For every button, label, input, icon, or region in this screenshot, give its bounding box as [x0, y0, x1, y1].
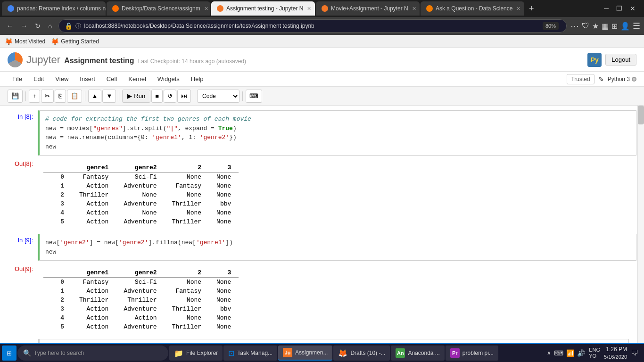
cut-button[interactable]: ✂: [41, 90, 54, 103]
forward-button[interactable]: →: [18, 21, 30, 31]
restart-run-button[interactable]: ⏭: [177, 90, 191, 103]
cell-in9-inner[interactable]: new['genre2'] = new['genre2'].fillna(new…: [38, 234, 636, 261]
close-button[interactable]: ✕: [627, 4, 638, 13]
menu-insert[interactable]: Insert: [75, 74, 100, 84]
network-icon[interactable]: 📶: [566, 349, 574, 357]
tab-3-title: Assignment testing - Jupyter N: [226, 5, 303, 12]
notebook-title[interactable]: Assignment testing: [64, 57, 134, 65]
url-bar[interactable]: 🔒 ⓘ localhost:8889/notebooks/Desktop/Dat…: [58, 19, 567, 33]
volume-icon[interactable]: 🔊: [577, 349, 585, 357]
tab-bar: pandas: Rename index / columns n ✕ Deskt…: [0, 0, 644, 17]
taskbar-file-explorer[interactable]: 📁 File Explorer: [169, 346, 223, 361]
keyboard-icon[interactable]: ⌨: [554, 349, 563, 357]
restart-button[interactable]: ↺: [164, 90, 176, 103]
search-icon: 🔍: [23, 349, 31, 357]
sync-icon[interactable]: ⊞: [611, 22, 618, 31]
chevron-up-icon[interactable]: ∧: [547, 350, 551, 356]
row-cell: Fantasy: [72, 173, 116, 182]
move-up-button[interactable]: ▲: [88, 90, 102, 103]
taskbar-drafts[interactable]: 🦊 Drafts (10) -...: [333, 346, 390, 361]
move-down-button[interactable]: ▼: [102, 90, 116, 103]
add-cell-button[interactable]: +: [29, 90, 40, 103]
run-button[interactable]: ▶ Run: [122, 90, 150, 103]
minimize-button[interactable]: ─: [601, 4, 611, 13]
copy-button[interactable]: ⎘: [55, 90, 66, 103]
tab-5-close[interactable]: ✕: [515, 6, 521, 12]
separator-4: [194, 91, 194, 101]
scrollbar-thumb[interactable]: [638, 106, 644, 124]
taskbar-search[interactable]: 🔍 Type here to search: [17, 346, 168, 361]
cell-empty-inner[interactable]: [38, 339, 636, 343]
menu-help[interactable]: Help: [186, 74, 208, 84]
taskbar-task-manager[interactable]: ⊡ Task Manag...: [223, 346, 277, 361]
maximize-button[interactable]: ❐: [613, 4, 625, 13]
bookmark-star-icon[interactable]: ★: [592, 22, 599, 31]
dataframe-table-9: genre1 genre2 2 3 0FantasySci-FiNoneNone…: [43, 268, 239, 331]
taskbar-problem-pi[interactable]: Pr problem pi...: [446, 346, 498, 361]
home-button[interactable]: ⌂: [45, 21, 55, 31]
getting-started-label: Getting Started: [61, 38, 99, 45]
more-options-button[interactable]: ⋯: [570, 21, 579, 31]
row-index: 5: [43, 322, 72, 331]
menu-view[interactable]: View: [50, 74, 73, 84]
paste-button[interactable]: 📋: [67, 90, 82, 103]
menu-cell[interactable]: Cell: [102, 74, 122, 84]
reload-button[interactable]: ↻: [32, 21, 43, 31]
th-index-9: [43, 268, 72, 278]
problem-pi-icon: Pr: [450, 348, 460, 358]
lock-icon: 🔒: [65, 22, 73, 30]
menu-edit[interactable]: Edit: [29, 74, 49, 84]
th-genre1-9: genre1: [72, 268, 116, 278]
jupyter-logo-icon: [8, 52, 23, 67]
tab-3[interactable]: Assignment testing - Jupyter N ✕: [211, 1, 315, 16]
edit-kernel-icon[interactable]: ✎: [598, 75, 604, 83]
notification-button[interactable]: 🗨: [631, 349, 638, 357]
row-cell: bbv: [209, 199, 239, 208]
new-tab-button[interactable]: +: [525, 4, 538, 14]
menu-file[interactable]: File: [8, 74, 27, 84]
cell-in8-inner[interactable]: # code for extracting the first two genr…: [38, 110, 636, 156]
table-row: 4ActionNoneNoneNone: [43, 208, 239, 217]
keyboard-shortcuts-button[interactable]: ⌨: [246, 90, 262, 103]
code-cell-9[interactable]: new['genre2'] = new['genre2'].fillna(new…: [38, 234, 636, 261]
taskbar-anaconda[interactable]: An Anaconda ...: [391, 346, 444, 361]
taskbar-jupyter[interactable]: Ju Assignmen...: [278, 346, 332, 361]
account-icon[interactable]: 👤: [620, 22, 630, 31]
jupyter-logo: Jupyter Assignment testing Last Checkpoi…: [8, 52, 246, 67]
stop-button[interactable]: ■: [151, 90, 163, 103]
menu-icon[interactable]: ☰: [633, 21, 640, 31]
clock[interactable]: 1:26 PM 5/16/2020: [604, 346, 627, 360]
start-button[interactable]: ⊞: [2, 346, 17, 361]
most-visited-icon: 🦊: [5, 38, 13, 45]
back-button[interactable]: ←: [4, 21, 16, 31]
menu-widgets[interactable]: Widgets: [153, 74, 184, 84]
table-row: 0FantasySci-FiNoneNone: [43, 173, 239, 182]
tab-4-close[interactable]: ✕: [411, 6, 417, 12]
code-cell-8[interactable]: # code for extracting the first two genr…: [38, 110, 636, 156]
taskbar: ⊞ 🔍 Type here to search 📁 File Explorer …: [0, 343, 644, 362]
th-index-8: [43, 163, 72, 173]
bookmark-most-visited[interactable]: 🦊 Most Visited: [5, 38, 45, 45]
code-new2: new: [45, 248, 56, 255]
th-genre1-8: genre1: [72, 163, 116, 173]
logout-button[interactable]: Logout: [605, 54, 636, 66]
row-cell: None: [209, 190, 239, 199]
empty-cell[interactable]: [38, 339, 629, 343]
bookmark-getting-started[interactable]: 🦊 Getting Started: [51, 38, 99, 45]
tab-4-title: Movie+Assignment - Jupyter N: [331, 5, 408, 12]
bookmarks-sidebar-icon[interactable]: ▦: [602, 22, 609, 31]
th-3-9: 3: [209, 268, 239, 278]
clock-time: 1:26 PM: [604, 346, 627, 354]
cell-type-select[interactable]: Code Markdown Raw: [197, 90, 239, 103]
save-button[interactable]: 💾: [8, 90, 23, 103]
tab-2[interactable]: Desktop/Data Science/assignm ✕: [107, 1, 210, 16]
scrollbar[interactable]: [637, 106, 644, 343]
menu-kernel[interactable]: Kernel: [124, 74, 151, 84]
tab-5[interactable]: Ask a Question - Data Science ✕: [421, 1, 524, 16]
taskbar-system-tray: ∧ ⌨ 📶 🔊 ENG YO 1:26 PM 5/16/2020 🗨: [547, 346, 642, 360]
tab-1[interactable]: pandas: Rename index / columns n ✕: [2, 1, 106, 16]
tab-4[interactable]: Movie+Assignment - Jupyter N ✕: [316, 1, 420, 16]
tab-3-close[interactable]: ✕: [306, 6, 312, 12]
tab-2-close[interactable]: ✕: [203, 6, 209, 12]
notebook-content[interactable]: In [8]: # code for extracting the first …: [0, 106, 644, 343]
